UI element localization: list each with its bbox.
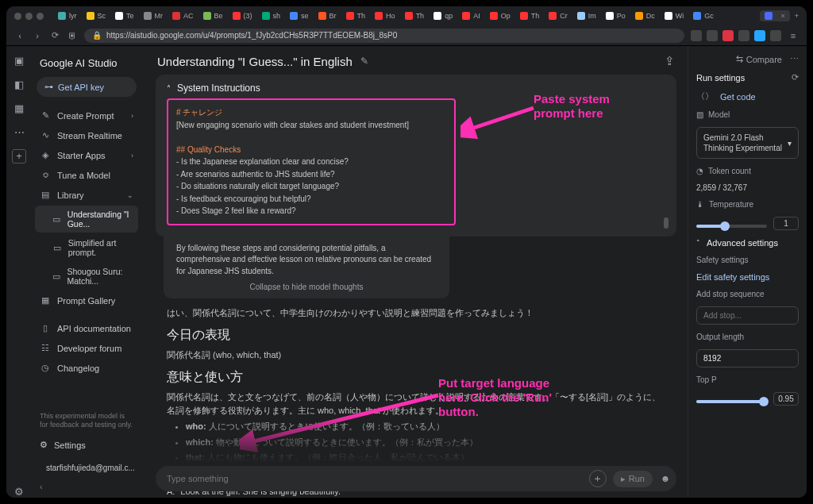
brand-title: Google AI Studio xyxy=(35,54,138,77)
nav-create-prompt[interactable]: ✎Create Prompt› xyxy=(35,106,138,125)
rail-cube-icon[interactable]: ◧ xyxy=(13,78,25,90)
browser-tab[interactable]: Gc xyxy=(690,12,717,20)
chevron-right-icon: › xyxy=(131,152,133,160)
menu-icon[interactable]: ≡ xyxy=(788,31,799,40)
browser-tab[interactable]: AC xyxy=(169,12,197,20)
browser-tab[interactable]: Th xyxy=(517,12,543,20)
prompt-input[interactable] xyxy=(167,474,583,483)
rail-home-icon[interactable]: ▣ xyxy=(13,54,25,67)
chevron-up-icon: ˄ xyxy=(167,84,171,93)
browser-tab[interactable]: lyr xyxy=(55,12,80,20)
model-thoughts: By following these steps and considering… xyxy=(164,237,449,298)
browser-tab[interactable]: Mr xyxy=(141,12,167,20)
chat-icon: ▭ xyxy=(52,243,62,253)
rail-grid-icon[interactable]: ▦ xyxy=(13,102,25,114)
nav-changelog[interactable]: ◷Changelog xyxy=(35,359,138,377)
compare-button[interactable]: ⇆Compare xyxy=(736,54,782,64)
browser-tab[interactable]: Cr xyxy=(545,12,571,20)
rail-dots-icon[interactable]: ⋯ xyxy=(13,125,25,138)
mask-icon[interactable]: ☻ xyxy=(659,473,672,484)
rail-settings-icon[interactable]: ⚙ xyxy=(13,485,25,498)
stop-sequence-input[interactable]: Add stop... xyxy=(696,306,799,325)
model-select[interactable]: Gemini 2.0 Flash Thinking Experimental ▾ xyxy=(696,127,799,159)
nav-prompt-gallery[interactable]: ▦Prompt Gallery xyxy=(35,291,138,310)
prompt-input-bar: ＋ ▸Run ☻ xyxy=(156,466,676,491)
lock-icon: 🔒 xyxy=(92,31,102,40)
edit-safety-link[interactable]: Edit safety settings xyxy=(696,272,799,282)
browser-tab[interactable]: AI xyxy=(459,12,484,20)
browser-tab[interactable]: Be xyxy=(200,12,226,20)
browser-tabbar: lyrScTeMrACBe(3)shseBrThHoThqpAIOpThCrIm… xyxy=(6,6,807,25)
nav-stream-realtime[interactable]: ∿Stream Realtime xyxy=(35,126,138,144)
browser-tab[interactable]: Im xyxy=(574,12,599,20)
system-instructions-toggle[interactable]: ˄ System Instructions xyxy=(167,83,665,98)
browser-tab[interactable]: Op xyxy=(487,12,514,20)
run-button[interactable]: ▸Run xyxy=(613,471,653,487)
browser-tab[interactable]: sh xyxy=(259,12,284,20)
chat-icon: ▭ xyxy=(52,271,60,282)
nav-starter-apps[interactable]: ◈Starter Apps› xyxy=(35,146,138,164)
library-item-2[interactable]: ▭Shougou Suru: Matchi... xyxy=(35,263,138,290)
nav-tune-model[interactable]: ≎Tune a Model xyxy=(35,166,138,184)
sidebar-settings[interactable]: ⚙Settings xyxy=(35,435,138,455)
browser-tab[interactable]: Ho xyxy=(372,12,399,20)
top-p-slider[interactable] xyxy=(696,400,767,403)
browser-tab[interactable]: Br xyxy=(315,12,340,20)
chevron-down-icon: ▾ xyxy=(788,138,792,148)
gear-icon: ⚙ xyxy=(40,440,48,450)
browser-tab[interactable]: Po xyxy=(603,12,629,20)
scrollbar-thumb[interactable] xyxy=(664,217,669,229)
browser-tab[interactable]: Wi xyxy=(661,12,688,20)
run-settings-panel: ⇆Compare ⋯ Run settings ⟳ 〈〉Get code ▧Mo… xyxy=(688,46,807,498)
browser-tab[interactable]: Sc xyxy=(83,12,110,20)
system-instructions-text[interactable]: # チャレンジ [New engaging scenario with clea… xyxy=(167,98,456,225)
browser-tab[interactable]: se xyxy=(287,12,312,20)
token-icon: ◔ xyxy=(696,167,703,175)
user-account[interactable]: starfishfujieda@gmail.c... xyxy=(35,455,138,480)
share-icon[interactable]: ⇪ xyxy=(665,54,675,68)
collapse-sidebar-icon[interactable]: ‹ xyxy=(35,480,138,493)
nav-dev-forum[interactable]: ☷Developer forum xyxy=(35,339,138,357)
get-api-key-button[interactable]: ⊶ Get API key xyxy=(37,77,137,97)
nav-back-icon[interactable]: ‹ xyxy=(14,31,25,40)
extensions[interactable] xyxy=(691,30,781,41)
window-controls[interactable] xyxy=(14,13,44,20)
compare-icon: ⇆ xyxy=(736,54,743,64)
library-item-0[interactable]: ▭Understanding "I Gue... xyxy=(35,206,138,233)
library-item-1[interactable]: ▭Simplified art prompt. xyxy=(35,234,138,261)
apps-icon: ◈ xyxy=(40,150,51,160)
reload-icon[interactable]: ⟳ xyxy=(49,30,60,40)
library-icon: ▤ xyxy=(40,190,51,200)
reset-icon[interactable]: ⟳ xyxy=(792,72,799,83)
panel-menu-icon[interactable]: ⋯ xyxy=(790,54,799,64)
browser-tab[interactable]: (3) xyxy=(229,12,256,20)
run-settings-title: Run settings xyxy=(696,73,745,83)
top-p-value[interactable]: 0.95 xyxy=(773,392,799,406)
forum-icon: ☷ xyxy=(40,343,51,353)
new-tab-button[interactable]: + xyxy=(795,12,799,20)
left-rail: ▣ ◧ ▦ ⋯ + ⚙ xyxy=(6,46,32,498)
browser-tab[interactable]: Dc xyxy=(632,12,658,20)
browser-tab-active[interactable]: × xyxy=(760,10,790,21)
edit-title-icon[interactable]: ✎ xyxy=(360,56,368,67)
browser-addressbar: ‹ › ⟳ ⛨ 🔒 https://aistudio.google.com/u/… xyxy=(6,25,807,46)
tune-icon: ≎ xyxy=(40,170,51,180)
get-code-link[interactable]: 〈〉Get code xyxy=(696,90,799,102)
url-field[interactable]: 🔒 https://aistudio.google.com/u/4/prompt… xyxy=(84,29,684,43)
nav-fwd-icon[interactable]: › xyxy=(32,31,43,40)
add-attachment-button[interactable]: ＋ xyxy=(589,470,607,487)
rail-add-icon[interactable]: + xyxy=(12,149,26,164)
nav-api-docs[interactable]: ▯API documentation xyxy=(35,319,138,337)
browser-tab[interactable]: qp xyxy=(430,12,456,20)
browser-tab[interactable]: Th xyxy=(343,12,369,20)
temperature-slider[interactable] xyxy=(696,225,767,228)
collapse-thoughts-button[interactable]: Collapse to hide model thoughts xyxy=(176,277,437,294)
chevron-up-icon: ˄ xyxy=(696,239,700,247)
browser-tab[interactable]: Th xyxy=(402,12,428,20)
advanced-settings-toggle[interactable]: ˄ Advanced settings xyxy=(696,238,799,248)
nav-library[interactable]: ▤Library⌄ xyxy=(35,186,138,204)
browser-tab[interactable]: Te xyxy=(112,12,137,20)
output-length-input[interactable]: 8192 xyxy=(696,349,799,367)
temperature-value[interactable]: 1 xyxy=(773,217,799,230)
clock-icon: ◷ xyxy=(40,363,51,373)
